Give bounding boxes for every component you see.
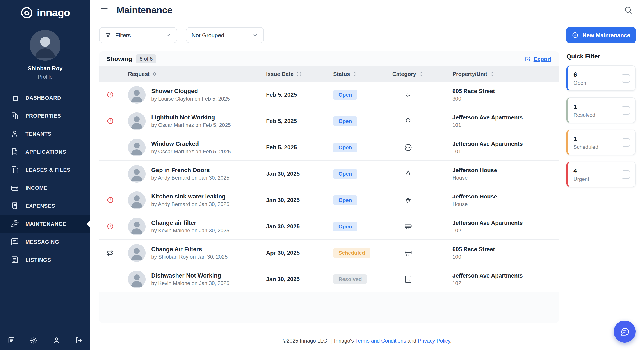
sidebar-item-expenses[interactable]: EXPENSES [0,197,90,215]
quick-filter-checkbox[interactable] [622,138,630,146]
table-row[interactable]: Shower Cloggedby Louise Clayton on Feb 5… [99,82,559,108]
brand-logo[interactable]: innago [20,6,70,19]
column-label: Property/Unit [452,71,487,77]
sidebar-item-dashboard[interactable]: DASHBOARD [0,89,90,107]
status-cell: Scheduled [318,248,380,258]
table-row[interactable]: Kitchen sink water leakingby Andy Bernar… [99,187,559,213]
filters-label: Filters [115,32,131,38]
category-cell [380,117,437,125]
quick-filter-count: 1 [574,103,595,110]
profile-link[interactable]: Profile [38,74,52,80]
category-cell [380,222,437,231]
settings-icon[interactable] [30,336,38,344]
terms-link[interactable]: Terms and Conditions [355,338,406,344]
sidebar-item-label: LEASES & FILES [26,167,70,173]
chat-fab-button[interactable] [614,320,636,342]
sort-icon[interactable] [489,71,495,77]
sidebar-item-listings[interactable]: LISTINGS [0,251,90,269]
request-title[interactable]: Change air filter [151,219,229,226]
requester-avatar [128,218,146,235]
funnel-icon [105,32,111,38]
quick-filter-card-scheduled[interactable]: 1Scheduled [566,129,636,155]
column-label: Status [333,71,350,77]
column-header-status[interactable]: Status [318,71,380,77]
quick-filter-checkbox[interactable] [622,74,630,82]
status-cell: Resolved [318,274,380,284]
category-cell [380,275,437,283]
quick-filter-checkbox[interactable] [622,106,630,114]
quick-filter-card-urgent[interactable]: 4Urgent [566,162,636,187]
sidebar-item-maintenance[interactable]: MAINTENANCE [0,215,90,233]
export-icon [524,56,531,62]
user-icon[interactable] [52,336,60,344]
status-cell: Open [318,116,380,126]
table-row[interactable]: Lightbulb Not Workingby Oscar Martinez o… [99,108,559,134]
sidebar-item-leases-files[interactable]: LEASES & FILES [0,161,90,179]
category-cell [380,248,437,257]
sort-icon[interactable] [352,71,358,77]
quick-filter-card-resolved[interactable]: 1Resolved [566,97,636,123]
request-title[interactable]: Change Air Filters [151,246,228,252]
sidebar-item-tenants[interactable]: TENANTS [0,125,90,143]
status-badge: Open [333,222,357,231]
profile-avatar[interactable] [30,30,60,61]
privacy-link[interactable]: Privacy Policy [418,338,450,344]
plumbing-icon [404,196,412,205]
table-row[interactable]: Dishwasher Not Workingby Kevin Malone on… [99,266,559,292]
request-title[interactable]: Kitchen sink water leaking [151,193,229,200]
info-icon[interactable] [296,71,302,77]
quick-filter-checkbox[interactable] [622,170,630,179]
property-cell: 605 Race Street100 [437,246,559,260]
requester-avatar [128,191,146,209]
search-icon[interactable] [624,6,632,14]
column-header-property-unit[interactable]: Property/Unit [437,71,559,77]
issue-date: Feb 5, 2025 [255,118,318,124]
collapse-menu-icon[interactable] [100,6,109,14]
sort-icon[interactable] [152,71,158,77]
sidebar-item-properties[interactable]: PROPERTIES [0,107,90,125]
property-name: 605 Race Street [452,88,495,94]
issue-date: Feb 5, 2025 [255,91,318,98]
logout-icon[interactable] [75,336,83,344]
request-byline: by Shioban Roy on Jan 30, 2025 [151,254,228,260]
filters-dropdown[interactable]: Filters [99,27,177,43]
topbar: Maintenance [90,0,644,20]
table-row[interactable]: Change Air Filtersby Shioban Roy on Jan … [99,240,559,266]
request-title[interactable]: Lightbulb Not Working [151,114,231,120]
table-row[interactable]: Gap in French Doorsby Andy Bernard on Ja… [99,161,559,187]
flame-icon [404,169,412,178]
quick-filter-title: Quick Filter [566,53,636,60]
sort-icon[interactable] [418,71,424,77]
new-maintenance-button[interactable]: New Maintenance [566,27,636,43]
footer-and: and [406,338,418,344]
recurring-icon [106,249,114,256]
sidebar-item-messaging[interactable]: MESSAGING [0,233,90,251]
column-header-issue-date[interactable]: Issue Date [255,71,318,77]
status-cell: Open [318,222,380,231]
sidebar-item-income[interactable]: INCOME [0,179,90,197]
quick-filter-list: 6Open1Resolved1Scheduled4Urgent [566,60,636,187]
sidebar-item-label: DASHBOARD [26,95,61,101]
messaging-icon [10,238,19,246]
export-button[interactable]: Export [524,56,552,62]
property-cell: Jefferson Ave Apartments101 [437,140,559,154]
quick-filter-card-open[interactable]: 6Open [566,65,636,91]
issue-date: Jan 30, 2025 [255,170,318,177]
app: innago Shioban Roy Profile DASHBOARDPROP… [0,0,644,350]
request-title[interactable]: Shower Clogged [151,88,230,94]
footer-copyright: ©2025 Innago LLC | | Innago's [283,338,355,344]
table-row[interactable]: Window Crackedby Oscar Martinez on Feb 5… [99,134,559,161]
request-title[interactable]: Dishwasher Not Working [151,272,229,279]
request-title[interactable]: Window Cracked [151,140,231,147]
request-byline: by Oscar Martinez on Feb 5, 2025 [151,122,231,128]
column-header-request[interactable]: Request [121,71,255,77]
column-header-category[interactable]: Category [380,71,437,77]
log-icon[interactable] [8,336,15,344]
request-title[interactable]: Gap in French Doors [151,167,229,173]
group-by-dropdown[interactable]: Not Grouped [186,27,264,43]
request-cell: Kitchen sink water leakingby Andy Bernar… [121,191,255,209]
sidebar-item-label: APPLICATIONS [26,149,66,155]
table-row[interactable]: Change air filterby Kevin Malone on Jan … [99,213,559,240]
sidebar-item-applications[interactable]: APPLICATIONS [0,143,90,161]
property-unit: House [452,174,468,181]
